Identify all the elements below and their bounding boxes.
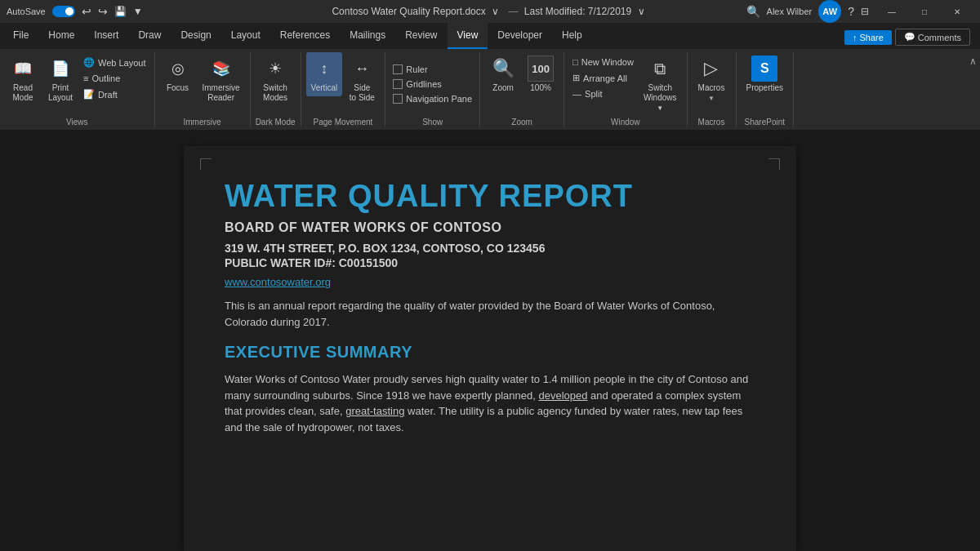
split-label: Split — [585, 89, 602, 99]
switch-windows-label: SwitchWindows▼ — [644, 83, 677, 113]
arrange-all-button[interactable]: ⊞ Arrange All — [569, 71, 637, 85]
show-group-label: Show — [422, 116, 443, 127]
web-layout-button[interactable]: 🌐 Web Layout — [80, 56, 149, 69]
tab-references[interactable]: References — [270, 23, 340, 49]
macros-button[interactable]: ▷ Macros▼ — [693, 52, 730, 106]
tab-view[interactable]: View — [448, 23, 488, 49]
web-layout-label: Web Layout — [98, 58, 146, 68]
new-window-button[interactable]: □ New Window — [569, 56, 637, 69]
switch-modes-button[interactable]: ☀ SwitchModes — [257, 52, 293, 106]
ribbon-group-page-movement: ↕ Vertical ↔ Sideto Side Page Movement — [301, 52, 386, 127]
vertical-button[interactable]: ↕ Vertical — [306, 52, 343, 96]
outline-button[interactable]: ≡ Outline — [80, 72, 149, 85]
filename-arrow: ∨ — [492, 6, 499, 17]
page-movement-items: ↕ Vertical ↔ Sideto Side — [306, 52, 381, 116]
ribbon-group-macros: ▷ Macros▼ Macros — [688, 52, 737, 127]
share-button[interactable]: ↑ Share — [844, 30, 892, 45]
tab-help[interactable]: Help — [552, 23, 592, 49]
autosave-toggle[interactable] — [52, 6, 75, 17]
read-mode-button[interactable]: 📖 ReadMode — [5, 52, 41, 106]
print-layout-button[interactable]: 📄 PrintLayout — [42, 52, 78, 106]
title-bar-center: Contoso Water Quality Report.docx ∨ — La… — [332, 6, 648, 17]
tab-review[interactable]: Review — [395, 23, 447, 49]
document-address2: PUBLIC WATER ID#: C00151500 — [225, 256, 755, 269]
tab-mailings[interactable]: Mailings — [340, 23, 395, 49]
last-modified-arrow: ∨ — [638, 6, 645, 17]
ribbon-group-sharepoint: S Properties SharePoint — [737, 52, 795, 127]
print-layout-icon: 📄 — [47, 56, 74, 82]
document-area: WATER QUALITY REPORT BOARD OF WATER WORK… — [0, 130, 980, 551]
custom-toolbar-icon[interactable]: ▼ — [133, 6, 143, 17]
focus-button[interactable]: ◎ Focus — [160, 52, 196, 96]
comments-icon: 💬 — [904, 32, 915, 42]
autosave-label: AutoSave — [7, 7, 46, 16]
ribbon-group-show: Ruler Gridlines Navigation Pane Show — [385, 52, 480, 127]
read-mode-label: ReadMode — [12, 83, 33, 103]
user-name: Alex Wilber — [767, 7, 813, 16]
ruler-checkbox[interactable]: Ruler — [390, 64, 430, 75]
draft-button[interactable]: 📝 Draft — [80, 87, 149, 101]
sharepoint-items: S Properties — [742, 52, 789, 116]
ribbon-group-views: 📖 ReadMode 📄 PrintLayout 🌐 Web Layout ≡ … — [0, 52, 155, 127]
navigation-pane-checkbox[interactable]: Navigation Pane — [390, 93, 474, 104]
document-address1: 319 W. 4TH STREET, P.O. BOX 1234, CONTOS… — [225, 242, 755, 255]
properties-button[interactable]: S Properties — [742, 52, 789, 96]
filename: Contoso Water Quality Report.docx — [332, 6, 485, 17]
user-avatar[interactable]: AW — [818, 0, 841, 23]
gridlines-label: Gridlines — [406, 79, 441, 89]
save-icon[interactable]: 💾 — [114, 6, 127, 17]
zoom-100-button[interactable]: 100 100% — [523, 52, 559, 96]
split-button[interactable]: — Split — [569, 87, 637, 100]
switch-modes-label: SwitchModes — [263, 83, 287, 103]
immersive-reader-icon: 📚 — [208, 56, 234, 82]
ribbon-tabs: File Home Insert Draw Design Layout Refe… — [0, 23, 980, 49]
immersive-items: ◎ Focus 📚 ImmersiveReader — [160, 52, 245, 116]
zoom-button[interactable]: 🔍 Zoom — [485, 52, 521, 96]
macros-icon: ▷ — [698, 56, 724, 82]
document-website[interactable]: www.contosowater.org — [225, 276, 755, 288]
tab-developer[interactable]: Developer — [488, 23, 552, 49]
ribbon-collapse-arrow[interactable]: ∧ — [966, 52, 980, 127]
undo-icon[interactable]: ↩ — [82, 5, 91, 18]
outline-icon: ≡ — [83, 73, 88, 83]
vertical-icon: ↕ — [311, 56, 337, 82]
zoom-items: 🔍 Zoom 100 100% — [485, 52, 559, 116]
gridlines-checkbox-box — [393, 79, 403, 89]
zoom-group-label: Zoom — [511, 116, 532, 127]
ruler-checkbox-box — [393, 64, 403, 74]
window-controls[interactable]: — □ ✕ — [875, 0, 973, 23]
comments-button[interactable]: 💬 Comments — [895, 29, 970, 46]
tab-file[interactable]: File — [3, 23, 38, 49]
tab-draw[interactable]: Draw — [128, 23, 171, 49]
corner-mark-tl — [200, 158, 212, 170]
tab-design[interactable]: Design — [171, 23, 220, 49]
close-button[interactable]: ✕ — [941, 0, 973, 23]
tab-home[interactable]: Home — [38, 23, 84, 49]
corner-mark-tr — [768, 158, 780, 170]
arrange-all-icon: ⊞ — [572, 73, 580, 83]
redo-icon[interactable]: ↪ — [98, 5, 108, 18]
side-to-side-button[interactable]: ↔ Sideto Side — [344, 52, 380, 106]
macros-group-label: Macros — [698, 116, 725, 127]
maximize-button[interactable]: □ — [908, 0, 941, 23]
arrange-all-label: Arrange All — [583, 73, 627, 83]
search-icon[interactable]: 🔍 — [746, 5, 760, 18]
window-items: □ New Window ⊞ Arrange All — Split ⧉ Swi… — [569, 52, 681, 116]
switch-windows-icon: ⧉ — [647, 56, 673, 82]
document-subtitle: BOARD OF WATER WORKS OF CONTOSO — [225, 220, 755, 235]
tab-insert[interactable]: Insert — [84, 23, 128, 49]
draft-label: Draft — [98, 90, 118, 100]
immersive-reader-button[interactable]: 📚 ImmersiveReader — [198, 52, 245, 106]
title-bar: AutoSave ↩ ↪ 💾 ▼ Contoso Water Quality R… — [0, 0, 980, 23]
switch-modes-icon: ☀ — [262, 56, 288, 82]
ribbon-display-icon[interactable]: ⊟ — [861, 6, 869, 17]
minimize-button[interactable]: — — [875, 0, 908, 23]
vertical-label: Vertical — [311, 83, 338, 93]
window-group-label: Window — [611, 116, 640, 127]
help-icon[interactable]: ? — [848, 5, 854, 18]
zoom-100-icon: 100 — [528, 56, 554, 82]
tab-layout[interactable]: Layout — [221, 23, 270, 49]
nav-pane-checkbox-box — [393, 94, 403, 104]
gridlines-checkbox[interactable]: Gridlines — [390, 78, 443, 90]
switch-windows-button[interactable]: ⧉ SwitchWindows▼ — [639, 52, 682, 116]
